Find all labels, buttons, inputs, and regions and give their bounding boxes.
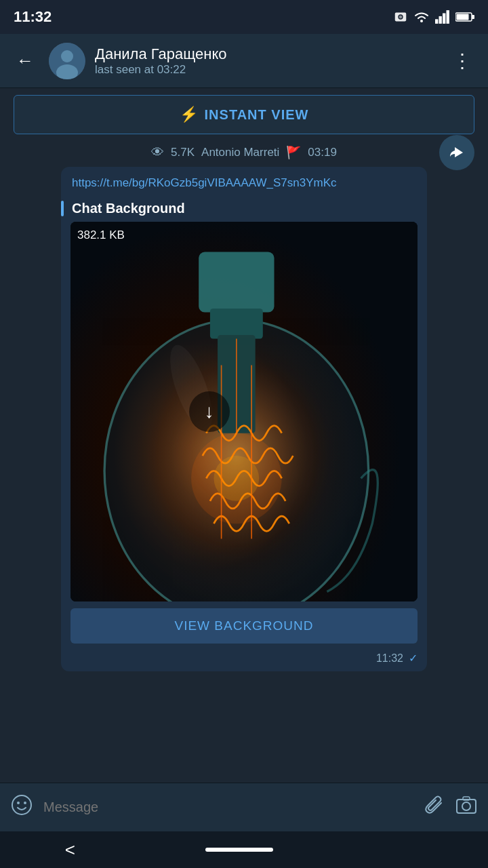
avatar	[49, 43, 85, 79]
photo-icon	[393, 9, 408, 24]
lightning-icon: ⚡	[180, 106, 198, 123]
camera-icon	[455, 794, 477, 816]
svg-rect-18	[210, 309, 263, 339]
svg-rect-7	[447, 10, 449, 24]
contact-info: Данила Гаращенко last seen at 03:22	[95, 45, 438, 77]
message-input[interactable]	[43, 800, 413, 815]
download-button[interactable]: ↓	[189, 391, 230, 432]
signal-icon	[435, 10, 450, 24]
view-count: 5.7K	[171, 146, 195, 159]
status-icons	[393, 9, 474, 24]
svg-point-28	[24, 802, 26, 804]
status-bar: 11:32	[0, 0, 488, 34]
more-button[interactable]: ⋮	[447, 44, 477, 77]
toolbar: ← Данила Гаращенко last seen at 03:22 ⋮	[0, 34, 488, 88]
emoji-button[interactable]	[11, 794, 33, 821]
svg-rect-9	[457, 14, 469, 20]
nav-bar: <	[0, 831, 488, 868]
svg-point-2	[399, 16, 403, 19]
wifi-icon	[413, 10, 430, 24]
avatar-image	[49, 43, 85, 79]
svg-point-24	[214, 456, 259, 501]
bubble-title: Chat Background	[72, 201, 185, 216]
battery-icon	[455, 12, 474, 22]
message-time: 03:19	[308, 146, 337, 159]
svg-point-26	[12, 795, 31, 814]
download-arrow: ↓	[205, 401, 214, 422]
bulb-illustration	[70, 222, 418, 601]
instant-view-banner[interactable]: ⚡ INSTANT VIEW	[14, 95, 474, 134]
status-time: 11:32	[14, 8, 52, 26]
svg-rect-31	[463, 797, 470, 800]
timestamp-text: 11:32	[376, 652, 403, 665]
avatar-svg	[49, 43, 85, 79]
message-link[interactable]: https://t.me/bg/RKoGzb5giVIBAAAAW_S7sn3Y…	[72, 176, 337, 189]
svg-rect-6	[443, 14, 445, 24]
view-background-button[interactable]: VIEW BACKGROUND	[70, 608, 418, 644]
contact-status: last seen at 03:22	[95, 63, 438, 77]
svg-rect-4	[435, 19, 438, 24]
instant-view-label: INSTANT VIEW	[205, 107, 309, 123]
image-size: 382.1 KB	[77, 229, 125, 242]
svg-point-12	[61, 50, 73, 62]
meta-center: 👁 5.7K Antonio Marreti 🚩 03:19	[14, 145, 474, 160]
svg-point-3	[420, 20, 423, 22]
image-container[interactable]: 382.1 KB ↓	[70, 222, 418, 601]
share-icon	[449, 144, 465, 161]
input-bar	[0, 783, 488, 831]
svg-rect-10	[472, 15, 474, 19]
message-bubble: https://t.me/bg/RKoGzb5giVIBAAAAW_S7sn3Y…	[61, 167, 427, 671]
svg-point-30	[462, 802, 470, 810]
camera-button[interactable]	[455, 794, 477, 821]
bubble-link-section: https://t.me/bg/RKoGzb5giVIBAAAAW_S7sn3Y…	[61, 167, 427, 197]
attach-button[interactable]	[424, 795, 445, 820]
chat-area: https://t.me/bg/RKoGzb5giVIBAAAAW_S7sn3Y…	[0, 167, 488, 678]
share-button[interactable]	[439, 135, 474, 170]
contact-name: Данила Гаращенко	[95, 45, 438, 63]
svg-rect-5	[439, 16, 442, 24]
blue-accent-bar	[61, 201, 64, 216]
eye-icon: 👁	[151, 145, 164, 160]
message-timestamp: 11:32 ✓	[61, 650, 427, 671]
emoji-icon	[11, 794, 33, 816]
flag-icon: 🚩	[286, 145, 301, 160]
sender-name: Antonio Marreti	[201, 146, 279, 159]
nav-back-button[interactable]: <	[65, 840, 75, 861]
message-meta-row: 👁 5.7K Antonio Marreti 🚩 03:19	[0, 141, 488, 167]
svg-rect-17	[199, 252, 274, 313]
read-checkmark: ✓	[409, 652, 418, 665]
paperclip-icon	[424, 795, 445, 815]
bubble-title-section: Chat Background	[61, 197, 427, 222]
svg-point-27	[17, 802, 20, 804]
back-button[interactable]: ←	[11, 45, 39, 77]
home-indicator[interactable]	[205, 848, 273, 852]
bulb-image	[70, 222, 418, 601]
